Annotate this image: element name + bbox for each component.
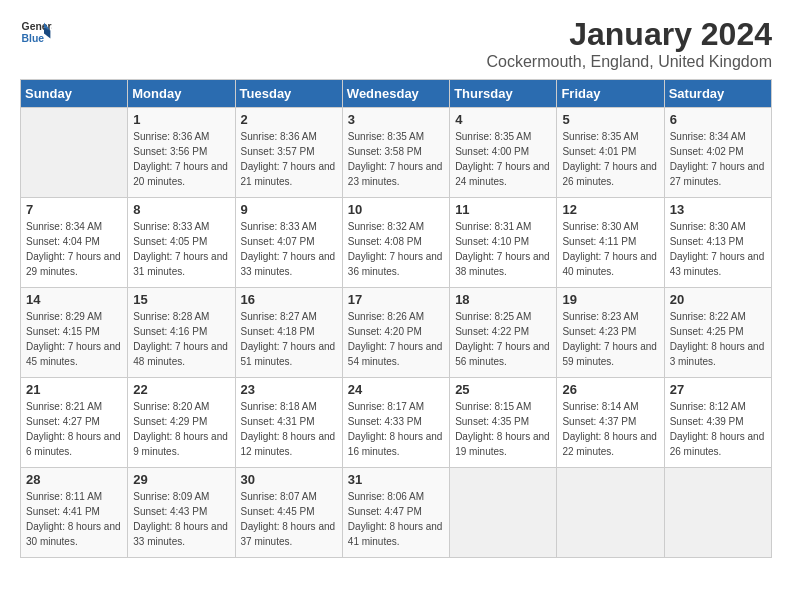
day-number: 28 [26, 472, 122, 487]
sunset-text: Sunset: 4:39 PM [670, 414, 766, 429]
sunset-text: Sunset: 4:16 PM [133, 324, 229, 339]
daylight-text: Daylight: 8 hours and 41 minutes. [348, 519, 444, 549]
sunset-text: Sunset: 4:10 PM [455, 234, 551, 249]
daylight-text: Daylight: 7 hours and 43 minutes. [670, 249, 766, 279]
calendar-week-row: 21 Sunrise: 8:21 AM Sunset: 4:27 PM Dayl… [21, 378, 772, 468]
calendar-week-row: 28 Sunrise: 8:11 AM Sunset: 4:41 PM Dayl… [21, 468, 772, 558]
sunrise-text: Sunrise: 8:06 AM [348, 489, 444, 504]
day-number: 12 [562, 202, 658, 217]
daylight-text: Daylight: 7 hours and 36 minutes. [348, 249, 444, 279]
day-info: Sunrise: 8:27 AM Sunset: 4:18 PM Dayligh… [241, 309, 337, 369]
calendar-cell: 1 Sunrise: 8:36 AM Sunset: 3:56 PM Dayli… [128, 108, 235, 198]
sunset-text: Sunset: 4:11 PM [562, 234, 658, 249]
col-monday: Monday [128, 80, 235, 108]
sunset-text: Sunset: 4:35 PM [455, 414, 551, 429]
sunset-text: Sunset: 4:02 PM [670, 144, 766, 159]
day-number: 16 [241, 292, 337, 307]
sunset-text: Sunset: 3:58 PM [348, 144, 444, 159]
daylight-text: Daylight: 8 hours and 30 minutes. [26, 519, 122, 549]
calendar-cell: 12 Sunrise: 8:30 AM Sunset: 4:11 PM Dayl… [557, 198, 664, 288]
sunrise-text: Sunrise: 8:14 AM [562, 399, 658, 414]
day-info: Sunrise: 8:35 AM Sunset: 4:00 PM Dayligh… [455, 129, 551, 189]
day-info: Sunrise: 8:25 AM Sunset: 4:22 PM Dayligh… [455, 309, 551, 369]
sunset-text: Sunset: 4:41 PM [26, 504, 122, 519]
daylight-text: Daylight: 8 hours and 37 minutes. [241, 519, 337, 549]
day-number: 26 [562, 382, 658, 397]
calendar-cell: 27 Sunrise: 8:12 AM Sunset: 4:39 PM Dayl… [664, 378, 771, 468]
calendar-cell: 11 Sunrise: 8:31 AM Sunset: 4:10 PM Dayl… [450, 198, 557, 288]
calendar-cell: 4 Sunrise: 8:35 AM Sunset: 4:00 PM Dayli… [450, 108, 557, 198]
sunrise-text: Sunrise: 8:25 AM [455, 309, 551, 324]
day-number: 24 [348, 382, 444, 397]
calendar-cell: 13 Sunrise: 8:30 AM Sunset: 4:13 PM Dayl… [664, 198, 771, 288]
calendar-cell: 9 Sunrise: 8:33 AM Sunset: 4:07 PM Dayli… [235, 198, 342, 288]
daylight-text: Daylight: 7 hours and 40 minutes. [562, 249, 658, 279]
day-number: 19 [562, 292, 658, 307]
sunset-text: Sunset: 4:33 PM [348, 414, 444, 429]
day-info: Sunrise: 8:34 AM Sunset: 4:04 PM Dayligh… [26, 219, 122, 279]
day-info: Sunrise: 8:30 AM Sunset: 4:11 PM Dayligh… [562, 219, 658, 279]
sunrise-text: Sunrise: 8:36 AM [241, 129, 337, 144]
sunrise-text: Sunrise: 8:28 AM [133, 309, 229, 324]
day-info: Sunrise: 8:35 AM Sunset: 4:01 PM Dayligh… [562, 129, 658, 189]
sunrise-text: Sunrise: 8:22 AM [670, 309, 766, 324]
sunrise-text: Sunrise: 8:15 AM [455, 399, 551, 414]
calendar-cell: 7 Sunrise: 8:34 AM Sunset: 4:04 PM Dayli… [21, 198, 128, 288]
calendar-cell: 26 Sunrise: 8:14 AM Sunset: 4:37 PM Dayl… [557, 378, 664, 468]
day-number: 2 [241, 112, 337, 127]
daylight-text: Daylight: 7 hours and 38 minutes. [455, 249, 551, 279]
day-number: 11 [455, 202, 551, 217]
sunset-text: Sunset: 4:47 PM [348, 504, 444, 519]
day-info: Sunrise: 8:29 AM Sunset: 4:15 PM Dayligh… [26, 309, 122, 369]
calendar-cell: 30 Sunrise: 8:07 AM Sunset: 4:45 PM Dayl… [235, 468, 342, 558]
day-number: 30 [241, 472, 337, 487]
calendar-cell: 17 Sunrise: 8:26 AM Sunset: 4:20 PM Dayl… [342, 288, 449, 378]
calendar-cell: 22 Sunrise: 8:20 AM Sunset: 4:29 PM Dayl… [128, 378, 235, 468]
sunrise-text: Sunrise: 8:17 AM [348, 399, 444, 414]
calendar-header-row: Sunday Monday Tuesday Wednesday Thursday… [21, 80, 772, 108]
daylight-text: Daylight: 7 hours and 20 minutes. [133, 159, 229, 189]
calendar-cell: 14 Sunrise: 8:29 AM Sunset: 4:15 PM Dayl… [21, 288, 128, 378]
day-number: 17 [348, 292, 444, 307]
calendar-cell: 21 Sunrise: 8:21 AM Sunset: 4:27 PM Dayl… [21, 378, 128, 468]
calendar-cell: 25 Sunrise: 8:15 AM Sunset: 4:35 PM Dayl… [450, 378, 557, 468]
day-number: 20 [670, 292, 766, 307]
calendar-cell: 2 Sunrise: 8:36 AM Sunset: 3:57 PM Dayli… [235, 108, 342, 198]
calendar-week-row: 14 Sunrise: 8:29 AM Sunset: 4:15 PM Dayl… [21, 288, 772, 378]
sunset-text: Sunset: 3:56 PM [133, 144, 229, 159]
day-number: 13 [670, 202, 766, 217]
sunset-text: Sunset: 4:04 PM [26, 234, 122, 249]
daylight-text: Daylight: 7 hours and 26 minutes. [562, 159, 658, 189]
col-saturday: Saturday [664, 80, 771, 108]
sunset-text: Sunset: 4:31 PM [241, 414, 337, 429]
sunrise-text: Sunrise: 8:34 AM [26, 219, 122, 234]
daylight-text: Daylight: 8 hours and 19 minutes. [455, 429, 551, 459]
calendar-cell: 29 Sunrise: 8:09 AM Sunset: 4:43 PM Dayl… [128, 468, 235, 558]
sunset-text: Sunset: 4:07 PM [241, 234, 337, 249]
sunset-text: Sunset: 4:27 PM [26, 414, 122, 429]
day-number: 23 [241, 382, 337, 397]
sunrise-text: Sunrise: 8:31 AM [455, 219, 551, 234]
sunrise-text: Sunrise: 8:36 AM [133, 129, 229, 144]
calendar-cell: 20 Sunrise: 8:22 AM Sunset: 4:25 PM Dayl… [664, 288, 771, 378]
day-info: Sunrise: 8:20 AM Sunset: 4:29 PM Dayligh… [133, 399, 229, 459]
day-info: Sunrise: 8:33 AM Sunset: 4:05 PM Dayligh… [133, 219, 229, 279]
calendar-cell: 5 Sunrise: 8:35 AM Sunset: 4:01 PM Dayli… [557, 108, 664, 198]
day-number: 10 [348, 202, 444, 217]
daylight-text: Daylight: 7 hours and 24 minutes. [455, 159, 551, 189]
day-info: Sunrise: 8:12 AM Sunset: 4:39 PM Dayligh… [670, 399, 766, 459]
calendar-cell: 24 Sunrise: 8:17 AM Sunset: 4:33 PM Dayl… [342, 378, 449, 468]
calendar-cell: 23 Sunrise: 8:18 AM Sunset: 4:31 PM Dayl… [235, 378, 342, 468]
calendar-cell: 15 Sunrise: 8:28 AM Sunset: 4:16 PM Dayl… [128, 288, 235, 378]
calendar-week-row: 7 Sunrise: 8:34 AM Sunset: 4:04 PM Dayli… [21, 198, 772, 288]
day-info: Sunrise: 8:33 AM Sunset: 4:07 PM Dayligh… [241, 219, 337, 279]
day-info: Sunrise: 8:11 AM Sunset: 4:41 PM Dayligh… [26, 489, 122, 549]
svg-text:Blue: Blue [22, 33, 45, 44]
sunset-text: Sunset: 4:23 PM [562, 324, 658, 339]
sunset-text: Sunset: 4:18 PM [241, 324, 337, 339]
calendar-cell: 3 Sunrise: 8:35 AM Sunset: 3:58 PM Dayli… [342, 108, 449, 198]
day-info: Sunrise: 8:09 AM Sunset: 4:43 PM Dayligh… [133, 489, 229, 549]
day-number: 5 [562, 112, 658, 127]
logo: General Blue [20, 16, 52, 48]
title-area: January 2024 Cockermouth, England, Unite… [487, 16, 773, 71]
